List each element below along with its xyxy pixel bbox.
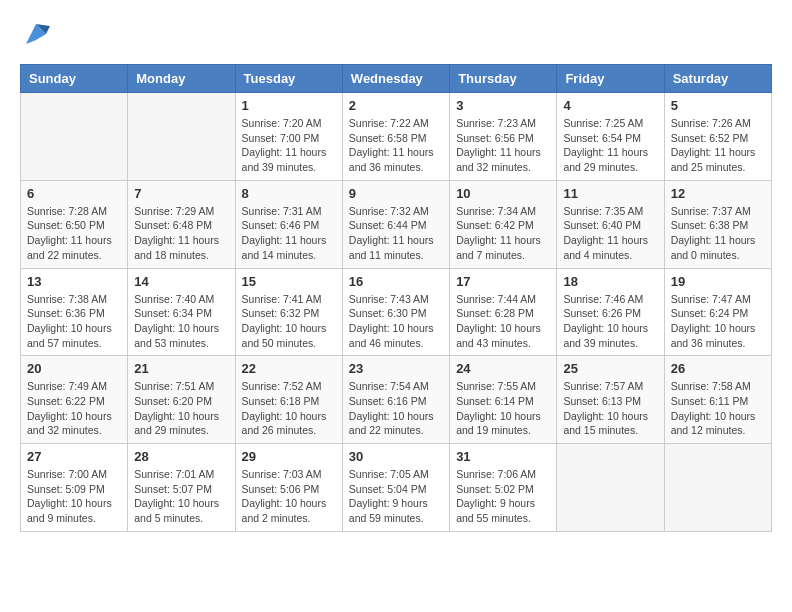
- day-cell: 28Sunrise: 7:01 AM Sunset: 5:07 PM Dayli…: [128, 444, 235, 532]
- calendar-header: SundayMondayTuesdayWednesdayThursdayFrid…: [21, 65, 772, 93]
- logo: [20, 20, 50, 48]
- day-cell: 14Sunrise: 7:40 AM Sunset: 6:34 PM Dayli…: [128, 268, 235, 356]
- day-cell: 15Sunrise: 7:41 AM Sunset: 6:32 PM Dayli…: [235, 268, 342, 356]
- day-cell: 6Sunrise: 7:28 AM Sunset: 6:50 PM Daylig…: [21, 180, 128, 268]
- column-header-friday: Friday: [557, 65, 664, 93]
- day-info: Sunrise: 7:29 AM Sunset: 6:48 PM Dayligh…: [134, 204, 228, 263]
- day-cell: [21, 93, 128, 181]
- day-cell: 11Sunrise: 7:35 AM Sunset: 6:40 PM Dayli…: [557, 180, 664, 268]
- day-info: Sunrise: 7:03 AM Sunset: 5:06 PM Dayligh…: [242, 467, 336, 526]
- day-cell: [664, 444, 771, 532]
- day-number: 28: [134, 449, 228, 464]
- day-cell: 5Sunrise: 7:26 AM Sunset: 6:52 PM Daylig…: [664, 93, 771, 181]
- logo-icon: [22, 20, 50, 48]
- day-number: 3: [456, 98, 550, 113]
- day-info: Sunrise: 7:06 AM Sunset: 5:02 PM Dayligh…: [456, 467, 550, 526]
- day-info: Sunrise: 7:37 AM Sunset: 6:38 PM Dayligh…: [671, 204, 765, 263]
- day-cell: 17Sunrise: 7:44 AM Sunset: 6:28 PM Dayli…: [450, 268, 557, 356]
- day-cell: 25Sunrise: 7:57 AM Sunset: 6:13 PM Dayli…: [557, 356, 664, 444]
- day-info: Sunrise: 7:47 AM Sunset: 6:24 PM Dayligh…: [671, 292, 765, 351]
- week-row: 20Sunrise: 7:49 AM Sunset: 6:22 PM Dayli…: [21, 356, 772, 444]
- day-number: 10: [456, 186, 550, 201]
- day-cell: 8Sunrise: 7:31 AM Sunset: 6:46 PM Daylig…: [235, 180, 342, 268]
- day-info: Sunrise: 7:20 AM Sunset: 7:00 PM Dayligh…: [242, 116, 336, 175]
- day-info: Sunrise: 7:28 AM Sunset: 6:50 PM Dayligh…: [27, 204, 121, 263]
- day-info: Sunrise: 7:32 AM Sunset: 6:44 PM Dayligh…: [349, 204, 443, 263]
- column-header-monday: Monday: [128, 65, 235, 93]
- column-header-tuesday: Tuesday: [235, 65, 342, 93]
- calendar-body: 1Sunrise: 7:20 AM Sunset: 7:00 PM Daylig…: [21, 93, 772, 532]
- week-row: 13Sunrise: 7:38 AM Sunset: 6:36 PM Dayli…: [21, 268, 772, 356]
- day-number: 26: [671, 361, 765, 376]
- day-cell: [128, 93, 235, 181]
- day-number: 9: [349, 186, 443, 201]
- day-number: 11: [563, 186, 657, 201]
- day-number: 7: [134, 186, 228, 201]
- day-info: Sunrise: 7:38 AM Sunset: 6:36 PM Dayligh…: [27, 292, 121, 351]
- day-number: 29: [242, 449, 336, 464]
- day-cell: 9Sunrise: 7:32 AM Sunset: 6:44 PM Daylig…: [342, 180, 449, 268]
- day-info: Sunrise: 7:41 AM Sunset: 6:32 PM Dayligh…: [242, 292, 336, 351]
- day-info: Sunrise: 7:54 AM Sunset: 6:16 PM Dayligh…: [349, 379, 443, 438]
- day-info: Sunrise: 7:22 AM Sunset: 6:58 PM Dayligh…: [349, 116, 443, 175]
- day-cell: 23Sunrise: 7:54 AM Sunset: 6:16 PM Dayli…: [342, 356, 449, 444]
- column-header-sunday: Sunday: [21, 65, 128, 93]
- column-header-thursday: Thursday: [450, 65, 557, 93]
- day-number: 22: [242, 361, 336, 376]
- week-row: 27Sunrise: 7:00 AM Sunset: 5:09 PM Dayli…: [21, 444, 772, 532]
- day-number: 24: [456, 361, 550, 376]
- day-cell: 19Sunrise: 7:47 AM Sunset: 6:24 PM Dayli…: [664, 268, 771, 356]
- day-number: 19: [671, 274, 765, 289]
- page-header: [20, 20, 772, 48]
- day-cell: 3Sunrise: 7:23 AM Sunset: 6:56 PM Daylig…: [450, 93, 557, 181]
- day-cell: 29Sunrise: 7:03 AM Sunset: 5:06 PM Dayli…: [235, 444, 342, 532]
- day-info: Sunrise: 7:31 AM Sunset: 6:46 PM Dayligh…: [242, 204, 336, 263]
- week-row: 6Sunrise: 7:28 AM Sunset: 6:50 PM Daylig…: [21, 180, 772, 268]
- day-cell: 30Sunrise: 7:05 AM Sunset: 5:04 PM Dayli…: [342, 444, 449, 532]
- day-number: 8: [242, 186, 336, 201]
- day-cell: 13Sunrise: 7:38 AM Sunset: 6:36 PM Dayli…: [21, 268, 128, 356]
- day-info: Sunrise: 7:49 AM Sunset: 6:22 PM Dayligh…: [27, 379, 121, 438]
- day-number: 14: [134, 274, 228, 289]
- day-number: 1: [242, 98, 336, 113]
- day-number: 6: [27, 186, 121, 201]
- day-info: Sunrise: 7:35 AM Sunset: 6:40 PM Dayligh…: [563, 204, 657, 263]
- day-cell: 22Sunrise: 7:52 AM Sunset: 6:18 PM Dayli…: [235, 356, 342, 444]
- day-info: Sunrise: 7:23 AM Sunset: 6:56 PM Dayligh…: [456, 116, 550, 175]
- day-cell: 26Sunrise: 7:58 AM Sunset: 6:11 PM Dayli…: [664, 356, 771, 444]
- day-cell: 16Sunrise: 7:43 AM Sunset: 6:30 PM Dayli…: [342, 268, 449, 356]
- day-info: Sunrise: 7:55 AM Sunset: 6:14 PM Dayligh…: [456, 379, 550, 438]
- day-info: Sunrise: 7:57 AM Sunset: 6:13 PM Dayligh…: [563, 379, 657, 438]
- day-info: Sunrise: 7:43 AM Sunset: 6:30 PM Dayligh…: [349, 292, 443, 351]
- day-number: 20: [27, 361, 121, 376]
- day-cell: 24Sunrise: 7:55 AM Sunset: 6:14 PM Dayli…: [450, 356, 557, 444]
- day-number: 4: [563, 98, 657, 113]
- day-number: 16: [349, 274, 443, 289]
- day-number: 25: [563, 361, 657, 376]
- week-row: 1Sunrise: 7:20 AM Sunset: 7:00 PM Daylig…: [21, 93, 772, 181]
- day-cell: 10Sunrise: 7:34 AM Sunset: 6:42 PM Dayli…: [450, 180, 557, 268]
- column-header-wednesday: Wednesday: [342, 65, 449, 93]
- day-cell: 20Sunrise: 7:49 AM Sunset: 6:22 PM Dayli…: [21, 356, 128, 444]
- day-info: Sunrise: 7:01 AM Sunset: 5:07 PM Dayligh…: [134, 467, 228, 526]
- day-number: 23: [349, 361, 443, 376]
- day-cell: 7Sunrise: 7:29 AM Sunset: 6:48 PM Daylig…: [128, 180, 235, 268]
- day-info: Sunrise: 7:00 AM Sunset: 5:09 PM Dayligh…: [27, 467, 121, 526]
- day-info: Sunrise: 7:58 AM Sunset: 6:11 PM Dayligh…: [671, 379, 765, 438]
- day-cell: 27Sunrise: 7:00 AM Sunset: 5:09 PM Dayli…: [21, 444, 128, 532]
- day-number: 2: [349, 98, 443, 113]
- day-number: 18: [563, 274, 657, 289]
- day-cell: 2Sunrise: 7:22 AM Sunset: 6:58 PM Daylig…: [342, 93, 449, 181]
- day-info: Sunrise: 7:44 AM Sunset: 6:28 PM Dayligh…: [456, 292, 550, 351]
- day-number: 27: [27, 449, 121, 464]
- day-cell: 18Sunrise: 7:46 AM Sunset: 6:26 PM Dayli…: [557, 268, 664, 356]
- day-info: Sunrise: 7:34 AM Sunset: 6:42 PM Dayligh…: [456, 204, 550, 263]
- day-cell: 12Sunrise: 7:37 AM Sunset: 6:38 PM Dayli…: [664, 180, 771, 268]
- day-info: Sunrise: 7:05 AM Sunset: 5:04 PM Dayligh…: [349, 467, 443, 526]
- day-number: 30: [349, 449, 443, 464]
- day-info: Sunrise: 7:46 AM Sunset: 6:26 PM Dayligh…: [563, 292, 657, 351]
- day-cell: 4Sunrise: 7:25 AM Sunset: 6:54 PM Daylig…: [557, 93, 664, 181]
- day-cell: 1Sunrise: 7:20 AM Sunset: 7:00 PM Daylig…: [235, 93, 342, 181]
- day-cell: 21Sunrise: 7:51 AM Sunset: 6:20 PM Dayli…: [128, 356, 235, 444]
- day-number: 21: [134, 361, 228, 376]
